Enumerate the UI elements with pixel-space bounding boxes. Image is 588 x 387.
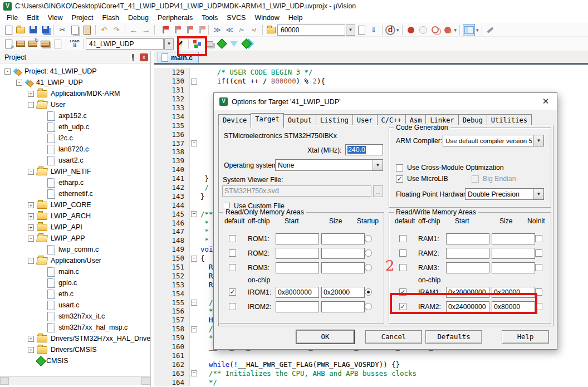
browse-svd-button[interactable]: ... — [373, 185, 383, 197]
tree-item[interactable]: -User — [0, 99, 150, 110]
tree-item[interactable]: axp152.c — [0, 110, 150, 121]
menu-peripherals[interactable]: Peripherals — [153, 13, 197, 23]
tree-item[interactable]: +LWIP_API — [0, 222, 150, 233]
tree-item[interactable]: +Application/MDK-ARM — [0, 88, 150, 99]
size-input[interactable] — [492, 262, 535, 273]
noinit-checkbox[interactable] — [535, 235, 542, 242]
kill-all-breakpoints-icon[interactable]: ✕ — [442, 25, 453, 36]
tree-item[interactable]: +Drivers/STM32H7xx_HAL_Driver — [0, 333, 150, 344]
navigate-back-icon[interactable]: ← — [128, 25, 139, 36]
menu-window[interactable]: Window — [250, 13, 283, 23]
tree-item[interactable]: stm32h7xx_it.c — [0, 311, 150, 322]
save-all-icon[interactable] — [40, 25, 51, 36]
tree-item[interactable]: etharp.c — [0, 177, 150, 188]
dropdown-button[interactable]: ▼ — [164, 38, 174, 50]
default-checkbox[interactable] — [399, 249, 406, 257]
pin-icon[interactable] — [130, 53, 136, 61]
dropdown-arrow-icon[interactable]: ▼ — [373, 160, 383, 170]
default-checkbox[interactable] — [399, 264, 406, 271]
dropdown-button[interactable]: ▼ — [346, 25, 355, 36]
start-input[interactable]: 0x8000000 — [276, 287, 319, 298]
tree-item[interactable]: +Drivers/CMSIS — [0, 344, 150, 355]
build-icon[interactable] — [15, 38, 26, 50]
tree-item[interactable]: i2c.c — [0, 133, 150, 144]
insert-bookmark-icon[interactable] — [158, 25, 169, 36]
dropdown-caret-icon[interactable]: ▾ — [476, 27, 479, 33]
default-checkbox[interactable] — [229, 264, 236, 271]
defaults-button[interactable]: Defaults — [425, 330, 482, 344]
indent-icon[interactable]: ≫ — [212, 25, 223, 36]
menu-edit[interactable]: Edit — [22, 13, 43, 23]
insert-breakpoint-icon[interactable] — [405, 25, 416, 36]
menu-flash[interactable]: Flash — [97, 13, 124, 23]
find-in-files-icon[interactable] — [266, 25, 277, 36]
new-file-icon[interactable] — [3, 25, 14, 36]
fold-collapse-icon[interactable]: − — [191, 300, 197, 306]
tree-item[interactable]: CMSIS — [0, 355, 150, 366]
close-panel-icon[interactable]: x — [140, 53, 148, 61]
expand-icon[interactable]: + — [28, 336, 34, 342]
expand-icon[interactable]: + — [28, 202, 34, 208]
save-file-icon[interactable] — [27, 25, 38, 36]
size-input[interactable]: 0x20000 — [321, 287, 365, 298]
tree-item[interactable]: lan8720.c — [0, 144, 150, 155]
help-button[interactable]: Help — [502, 330, 549, 344]
tree-item[interactable]: gpio.c — [0, 277, 150, 288]
redo-icon[interactable]: ↷ — [111, 25, 122, 36]
dropdown-arrow-icon[interactable]: ▼ — [533, 135, 543, 146]
dropdown-caret-icon[interactable]: ▾ — [454, 27, 457, 33]
fold-collapse-icon[interactable]: − — [191, 370, 197, 376]
fold-collapse-icon[interactable]: − — [191, 256, 197, 262]
startup-radio[interactable] — [365, 249, 372, 257]
startup-radio[interactable] — [365, 235, 372, 242]
tree-item[interactable]: stm32h7xx_hal_msp.c — [0, 322, 150, 333]
fold-margin[interactable]: − — [190, 254, 198, 263]
startup-radio[interactable] — [365, 303, 372, 310]
navigate-forward-icon[interactable]: → — [140, 25, 151, 36]
tree-item[interactable]: -LWIP_APP — [0, 233, 150, 244]
fold-collapse-icon[interactable]: − — [191, 140, 197, 146]
system-viewer-file-input[interactable]: STM32H750x.svd — [222, 185, 371, 197]
fold-collapse-icon[interactable]: − — [191, 79, 197, 85]
manage-rte-icon[interactable] — [216, 38, 227, 50]
tree-item[interactable]: +LWIP_ARCH — [0, 210, 150, 222]
outdent-icon[interactable]: ≪ — [224, 25, 235, 36]
uncomment-selection-icon[interactable]: ≡/ — [248, 25, 259, 36]
collapse-icon[interactable]: - — [28, 258, 34, 264]
menu-project[interactable]: Project — [67, 13, 98, 23]
noinit-checkbox[interactable] — [535, 249, 542, 257]
dropdown-arrow-icon[interactable]: ▼ — [533, 189, 543, 199]
expand-icon[interactable]: + — [28, 347, 34, 353]
rebuild-icon[interactable]: ↻ — [27, 38, 38, 50]
tree-item[interactable]: eth_udp.c — [0, 121, 150, 133]
dropdown-caret-icon[interactable]: ▾ — [396, 27, 399, 33]
window-layout-icon[interactable] — [463, 24, 475, 36]
default-checkbox[interactable] — [229, 235, 236, 242]
scroll-right-box[interactable] — [141, 377, 150, 385]
enable-breakpoint-icon[interactable] — [418, 25, 429, 36]
cut-icon[interactable]: ✂ — [57, 25, 68, 36]
select-folders-icon[interactable] — [228, 38, 239, 50]
start-input[interactable] — [446, 262, 489, 273]
fold-margin[interactable]: − — [190, 369, 198, 378]
fph-select[interactable]: Double Precision▼ — [465, 188, 544, 200]
collapse-icon[interactable]: - — [28, 169, 34, 175]
size-input[interactable] — [321, 262, 365, 273]
batch-build-icon[interactable] — [40, 38, 51, 50]
menu-svcs[interactable]: SVCS — [222, 13, 250, 23]
menu-view[interactable]: View — [43, 13, 67, 23]
open-file-icon[interactable] — [15, 25, 26, 36]
start-input[interactable] — [446, 248, 489, 259]
dialog-tab-target[interactable]: Target — [251, 113, 283, 128]
size-input[interactable] — [321, 301, 365, 312]
collapse-icon[interactable]: - — [4, 68, 11, 75]
tree-item[interactable]: usart.c — [0, 300, 150, 311]
cross-module-checkbox[interactable] — [396, 164, 403, 172]
xtal-input[interactable]: 240.0 — [345, 144, 383, 155]
disable-all-breakpoints-icon[interactable] — [430, 25, 441, 36]
expand-icon[interactable]: + — [28, 91, 34, 97]
size-input[interactable] — [321, 248, 365, 259]
dialog-close-icon[interactable]: ✕ — [540, 96, 551, 106]
menu-tools[interactable]: Tools — [197, 13, 222, 23]
start-input[interactable] — [276, 262, 319, 273]
